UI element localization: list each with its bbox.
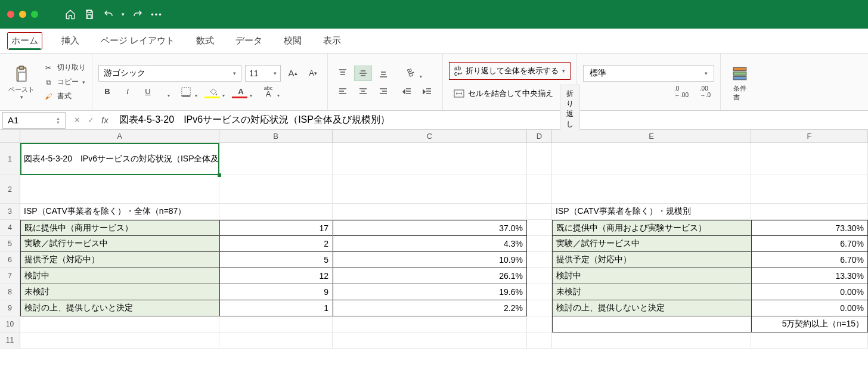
cell-b7[interactable]: 12 bbox=[219, 268, 333, 284]
borders-button[interactable] bbox=[173, 84, 199, 100]
col-header-e[interactable]: E bbox=[552, 130, 751, 142]
cell-c6[interactable]: 10.9% bbox=[333, 252, 527, 268]
cell-d6[interactable] bbox=[527, 252, 552, 268]
formula-input[interactable]: 図表4-5-3-20 IPv6サービスの対応状況（ISP全体及び規模別） bbox=[114, 114, 390, 126]
cell-b5[interactable]: 2 bbox=[219, 236, 333, 252]
cell-f8[interactable]: 0.00% bbox=[751, 284, 868, 300]
cell-e5[interactable]: 実験／試行サービス中 bbox=[552, 236, 751, 252]
bold-button[interactable]: B bbox=[98, 84, 116, 100]
cell-d9[interactable] bbox=[527, 300, 552, 316]
tab-page-layout[interactable]: ページ レイアウト bbox=[98, 32, 177, 50]
col-header-b[interactable]: B bbox=[219, 130, 333, 142]
row-header-8[interactable]: 8 bbox=[0, 284, 20, 300]
more-icon[interactable]: ••• bbox=[151, 8, 163, 20]
cell-b11[interactable] bbox=[219, 332, 333, 349]
row-header-3[interactable]: 3 bbox=[0, 204, 20, 220]
cell-c10[interactable] bbox=[333, 316, 527, 332]
cell-d3[interactable] bbox=[527, 204, 552, 220]
font-size-select[interactable]: 11▾ bbox=[245, 65, 281, 82]
cell-b1[interactable] bbox=[219, 143, 333, 175]
cell-c4[interactable]: 37.0% bbox=[333, 220, 527, 236]
font-color-button[interactable]: A bbox=[228, 84, 253, 100]
cell-a3[interactable]: ISP（CATV事業者を除く）・全体（n=87） bbox=[20, 204, 219, 220]
increase-font-button[interactable]: A▴ bbox=[284, 65, 301, 82]
tab-data[interactable]: データ bbox=[233, 32, 265, 50]
cell-e4[interactable]: 既に提供中（商用および実験サービス） bbox=[552, 220, 751, 236]
minimize-window-button[interactable] bbox=[19, 11, 26, 18]
accept-formula-icon[interactable]: ✓ bbox=[88, 116, 94, 125]
cell-b4[interactable]: 17 bbox=[219, 220, 333, 236]
cell-d5[interactable] bbox=[527, 236, 552, 252]
cell-d1[interactable] bbox=[527, 143, 552, 175]
cell-b10[interactable] bbox=[219, 316, 333, 332]
cell-a8[interactable]: 未検討 bbox=[20, 284, 219, 300]
underline-dropdown[interactable] bbox=[159, 84, 171, 100]
cell-a7[interactable]: 検討中 bbox=[20, 268, 219, 284]
decrease-indent-button[interactable] bbox=[398, 84, 416, 100]
tab-formulas[interactable]: 数式 bbox=[194, 32, 216, 50]
cell-a5[interactable]: 実験／試行サービス中 bbox=[20, 236, 219, 252]
cell-c1[interactable] bbox=[333, 143, 527, 175]
cell-c2[interactable] bbox=[333, 175, 527, 204]
format-painter-button[interactable]: 🖌書式 bbox=[43, 90, 86, 103]
redo-icon[interactable] bbox=[132, 8, 144, 20]
cancel-formula-icon[interactable]: ✕ bbox=[74, 116, 80, 125]
cell-d11[interactable] bbox=[527, 332, 552, 349]
align-top-button[interactable] bbox=[334, 66, 352, 81]
font-name-select[interactable]: 游ゴシック▾ bbox=[98, 65, 241, 82]
cell-e1[interactable] bbox=[552, 143, 751, 175]
align-right-button[interactable] bbox=[374, 83, 392, 99]
tab-insert[interactable]: 挿入 bbox=[59, 32, 82, 50]
phonetic-button[interactable]: abcA bbox=[256, 84, 281, 100]
cell-f1[interactable] bbox=[751, 143, 868, 175]
cut-button[interactable]: ✂切り取り bbox=[43, 61, 86, 74]
cell-f2[interactable] bbox=[751, 175, 868, 204]
col-header-a[interactable]: A bbox=[20, 130, 219, 142]
fx-icon[interactable]: fx bbox=[101, 115, 108, 125]
zoom-window-button[interactable] bbox=[31, 11, 38, 18]
cell-e10[interactable] bbox=[552, 316, 751, 332]
wrap-text-button[interactable]: abc↩ 折り返して全体を表示する ▾ bbox=[449, 62, 571, 80]
row-header-4[interactable]: 4 bbox=[0, 220, 20, 236]
align-center-button[interactable] bbox=[354, 83, 372, 99]
tab-view[interactable]: 表示 bbox=[321, 32, 343, 50]
cell-d4[interactable] bbox=[527, 220, 552, 236]
cell-f4[interactable]: 73.30% bbox=[751, 220, 868, 236]
cell-d8[interactable] bbox=[527, 284, 552, 300]
align-bottom-button[interactable] bbox=[374, 66, 392, 81]
cell-a1[interactable]: 図表4-5-3-20 IPv6サービスの対応状況（ISP全体及び規模別） bbox=[20, 143, 219, 175]
decrease-font-button[interactable]: A▾ bbox=[305, 65, 321, 82]
paste-button[interactable]: ペースト ▾ bbox=[6, 64, 37, 100]
name-box[interactable]: A1 ▲▼ bbox=[2, 112, 66, 129]
increase-decimal-button[interactable]: .0←.00 bbox=[672, 84, 690, 100]
cell-a2[interactable] bbox=[20, 175, 219, 204]
align-left-button[interactable] bbox=[334, 83, 352, 99]
italic-button[interactable]: I bbox=[119, 84, 137, 100]
cell-f9[interactable]: 0.00% bbox=[751, 300, 868, 316]
col-header-f[interactable]: F bbox=[751, 130, 868, 142]
underline-button[interactable]: U bbox=[139, 84, 157, 100]
cell-e9[interactable]: 検討の上、提供しないと決定 bbox=[552, 300, 751, 316]
copy-button[interactable]: ⧉コピー ▾ bbox=[43, 76, 86, 89]
orientation-button[interactable]: ab bbox=[398, 65, 423, 80]
cell-a9[interactable]: 検討の上、提供しないと決定 bbox=[20, 300, 219, 316]
row-header-9[interactable]: 9 bbox=[0, 300, 20, 316]
col-header-c[interactable]: C bbox=[333, 130, 527, 142]
cell-a11[interactable] bbox=[20, 332, 219, 349]
cell-b2[interactable] bbox=[219, 175, 333, 204]
select-all-corner[interactable] bbox=[0, 130, 20, 142]
cell-f11[interactable] bbox=[751, 332, 868, 349]
save-icon[interactable] bbox=[83, 8, 95, 20]
row-header-10[interactable]: 10 bbox=[0, 316, 20, 332]
cell-e8[interactable]: 未検討 bbox=[552, 284, 751, 300]
cell-c9[interactable]: 2.2% bbox=[333, 300, 527, 316]
align-middle-button[interactable] bbox=[354, 66, 372, 81]
cell-a6[interactable]: 提供予定（対応中） bbox=[20, 252, 219, 268]
cell-c8[interactable]: 19.6% bbox=[333, 284, 527, 300]
cell-f3[interactable] bbox=[751, 204, 868, 220]
cell-d2[interactable] bbox=[527, 175, 552, 204]
row-header-7[interactable]: 7 bbox=[0, 268, 20, 284]
cell-f6[interactable]: 6.70% bbox=[751, 252, 868, 268]
cell-f7[interactable]: 13.30% bbox=[751, 268, 868, 284]
row-header-6[interactable]: 6 bbox=[0, 252, 20, 268]
